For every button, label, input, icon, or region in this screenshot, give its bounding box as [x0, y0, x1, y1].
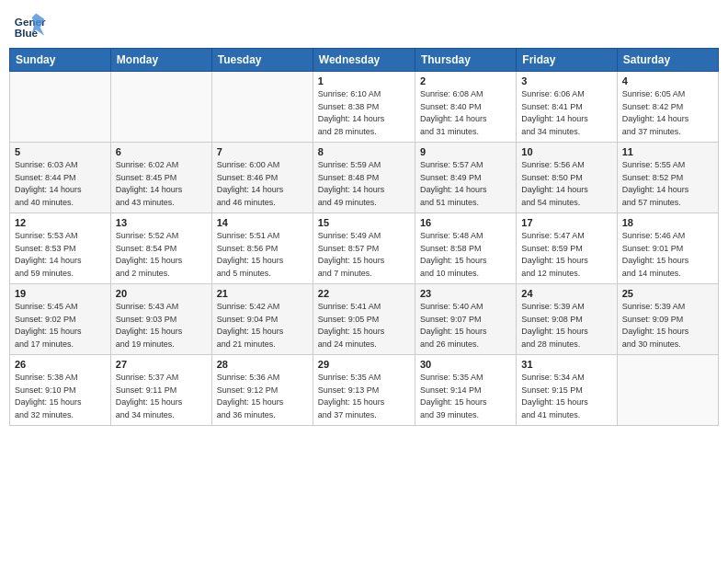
day-number: 26	[15, 359, 106, 370]
day-info: Sunrise: 5:55 AM Sunset: 8:52 PM Dayligh…	[622, 159, 713, 209]
calendar-cell: 26Sunrise: 5:38 AM Sunset: 9:10 PM Dayli…	[10, 355, 111, 426]
day-info: Sunrise: 5:41 AM Sunset: 9:05 PM Dayligh…	[318, 301, 410, 350]
calendar-cell: 15Sunrise: 5:49 AM Sunset: 8:57 PM Dayli…	[313, 213, 415, 284]
day-number: 2	[420, 75, 511, 86]
day-info: Sunrise: 6:10 AM Sunset: 8:38 PM Dayligh…	[318, 88, 410, 138]
calendar-week-4: 19Sunrise: 5:45 AM Sunset: 9:02 PM Dayli…	[10, 284, 719, 355]
weekday-header-monday: Monday	[110, 49, 211, 72]
calendar-cell: 28Sunrise: 5:36 AM Sunset: 9:12 PM Dayli…	[211, 355, 313, 426]
day-number: 25	[622, 288, 713, 299]
calendar-cell: 19Sunrise: 5:45 AM Sunset: 9:02 PM Dayli…	[10, 284, 111, 355]
day-number: 1	[318, 75, 410, 86]
calendar-cell: 7Sunrise: 6:00 AM Sunset: 8:46 PM Daylig…	[211, 143, 313, 213]
day-info: Sunrise: 5:45 AM Sunset: 9:02 PM Dayligh…	[15, 301, 106, 350]
calendar-cell: 17Sunrise: 5:47 AM Sunset: 8:59 PM Dayli…	[517, 213, 617, 284]
calendar-cell: 2Sunrise: 6:08 AM Sunset: 8:40 PM Daylig…	[415, 72, 516, 143]
logo: General Blue	[13, 9, 50, 42]
logo-icon: General Blue	[13, 9, 46, 42]
day-number: 7	[217, 146, 308, 157]
day-number: 20	[116, 288, 207, 299]
day-number: 21	[217, 288, 308, 299]
day-number: 6	[116, 146, 207, 157]
day-info: Sunrise: 5:47 AM Sunset: 8:59 PM Dayligh…	[521, 230, 611, 280]
calendar-cell: 23Sunrise: 5:40 AM Sunset: 9:07 PM Dayli…	[415, 284, 516, 355]
weekday-header-row: SundayMondayTuesdayWednesdayThursdayFrid…	[10, 49, 719, 72]
day-info: Sunrise: 5:59 AM Sunset: 8:48 PM Dayligh…	[318, 159, 410, 209]
calendar-cell: 13Sunrise: 5:52 AM Sunset: 8:54 PM Dayli…	[110, 213, 211, 284]
day-info: Sunrise: 6:08 AM Sunset: 8:40 PM Dayligh…	[420, 88, 511, 138]
day-info: Sunrise: 5:52 AM Sunset: 8:54 PM Dayligh…	[116, 230, 207, 280]
day-number: 5	[15, 146, 106, 157]
calendar-cell: 25Sunrise: 5:39 AM Sunset: 9:09 PM Dayli…	[617, 284, 718, 355]
day-info: Sunrise: 6:06 AM Sunset: 8:41 PM Dayligh…	[521, 88, 611, 138]
day-info: Sunrise: 5:38 AM Sunset: 9:10 PM Dayligh…	[15, 372, 106, 421]
calendar-cell: 5Sunrise: 6:03 AM Sunset: 8:44 PM Daylig…	[10, 143, 111, 213]
calendar-cell: 12Sunrise: 5:53 AM Sunset: 8:53 PM Dayli…	[10, 213, 111, 284]
day-info: Sunrise: 6:05 AM Sunset: 8:42 PM Dayligh…	[622, 88, 713, 138]
day-info: Sunrise: 5:34 AM Sunset: 9:15 PM Dayligh…	[521, 372, 611, 421]
day-number: 15	[318, 217, 410, 228]
calendar-cell: 9Sunrise: 5:57 AM Sunset: 8:49 PM Daylig…	[415, 143, 516, 213]
calendar-week-1: 1Sunrise: 6:10 AM Sunset: 8:38 PM Daylig…	[10, 72, 719, 143]
weekday-header-tuesday: Tuesday	[211, 49, 313, 72]
calendar-cell: 3Sunrise: 6:06 AM Sunset: 8:41 PM Daylig…	[517, 72, 617, 143]
day-number: 28	[217, 359, 308, 370]
calendar-cell: 22Sunrise: 5:41 AM Sunset: 9:05 PM Dayli…	[313, 284, 415, 355]
day-info: Sunrise: 5:57 AM Sunset: 8:49 PM Dayligh…	[420, 159, 511, 209]
day-info: Sunrise: 6:02 AM Sunset: 8:45 PM Dayligh…	[116, 159, 207, 209]
calendar-cell: 31Sunrise: 5:34 AM Sunset: 9:15 PM Dayli…	[517, 355, 617, 426]
day-info: Sunrise: 6:00 AM Sunset: 8:46 PM Dayligh…	[217, 159, 308, 209]
calendar-cell: 14Sunrise: 5:51 AM Sunset: 8:56 PM Dayli…	[211, 213, 313, 284]
day-number: 8	[318, 146, 410, 157]
page-header: General Blue	[9, 9, 719, 42]
weekday-header-wednesday: Wednesday	[313, 49, 415, 72]
day-info: Sunrise: 5:35 AM Sunset: 9:13 PM Dayligh…	[318, 372, 410, 421]
weekday-header-sunday: Sunday	[10, 49, 111, 72]
calendar-cell: 18Sunrise: 5:46 AM Sunset: 9:01 PM Dayli…	[617, 213, 718, 284]
day-number: 17	[521, 217, 611, 228]
calendar-cell: 16Sunrise: 5:48 AM Sunset: 8:58 PM Dayli…	[415, 213, 516, 284]
day-info: Sunrise: 6:03 AM Sunset: 8:44 PM Dayligh…	[15, 159, 106, 209]
day-number: 9	[420, 146, 511, 157]
calendar-cell: 24Sunrise: 5:39 AM Sunset: 9:08 PM Dayli…	[517, 284, 617, 355]
calendar-cell: 10Sunrise: 5:56 AM Sunset: 8:50 PM Dayli…	[517, 143, 617, 213]
calendar-cell: 6Sunrise: 6:02 AM Sunset: 8:45 PM Daylig…	[110, 143, 211, 213]
day-number: 30	[420, 359, 511, 370]
day-info: Sunrise: 5:56 AM Sunset: 8:50 PM Dayligh…	[521, 159, 611, 209]
calendar-cell	[10, 72, 111, 143]
day-info: Sunrise: 5:39 AM Sunset: 9:08 PM Dayligh…	[521, 301, 611, 350]
calendar-week-5: 26Sunrise: 5:38 AM Sunset: 9:10 PM Dayli…	[10, 355, 719, 426]
day-number: 18	[622, 217, 713, 228]
day-info: Sunrise: 5:37 AM Sunset: 9:11 PM Dayligh…	[116, 372, 207, 421]
day-number: 11	[622, 146, 713, 157]
calendar-cell: 29Sunrise: 5:35 AM Sunset: 9:13 PM Dayli…	[313, 355, 415, 426]
day-number: 27	[116, 359, 207, 370]
calendar-cell	[211, 72, 313, 143]
day-info: Sunrise: 5:35 AM Sunset: 9:14 PM Dayligh…	[420, 372, 511, 421]
day-number: 10	[521, 146, 611, 157]
day-info: Sunrise: 5:51 AM Sunset: 8:56 PM Dayligh…	[217, 230, 308, 280]
day-number: 23	[420, 288, 511, 299]
calendar-cell: 11Sunrise: 5:55 AM Sunset: 8:52 PM Dayli…	[617, 143, 718, 213]
calendar-cell: 8Sunrise: 5:59 AM Sunset: 8:48 PM Daylig…	[313, 143, 415, 213]
weekday-header-saturday: Saturday	[617, 49, 718, 72]
calendar-cell: 1Sunrise: 6:10 AM Sunset: 8:38 PM Daylig…	[313, 72, 415, 143]
day-number: 22	[318, 288, 410, 299]
day-number: 14	[217, 217, 308, 228]
calendar-cell: 27Sunrise: 5:37 AM Sunset: 9:11 PM Dayli…	[110, 355, 211, 426]
day-number: 4	[622, 75, 713, 86]
day-info: Sunrise: 5:36 AM Sunset: 9:12 PM Dayligh…	[217, 372, 308, 421]
calendar-table: SundayMondayTuesdayWednesdayThursdayFrid…	[9, 48, 719, 426]
day-info: Sunrise: 5:49 AM Sunset: 8:57 PM Dayligh…	[318, 230, 410, 280]
calendar-week-2: 5Sunrise: 6:03 AM Sunset: 8:44 PM Daylig…	[10, 143, 719, 213]
weekday-header-thursday: Thursday	[415, 49, 516, 72]
day-number: 31	[521, 359, 611, 370]
day-number: 29	[318, 359, 410, 370]
day-info: Sunrise: 5:43 AM Sunset: 9:03 PM Dayligh…	[116, 301, 207, 350]
day-number: 19	[15, 288, 106, 299]
day-number: 3	[521, 75, 611, 86]
calendar-cell	[617, 355, 718, 426]
calendar-cell: 4Sunrise: 6:05 AM Sunset: 8:42 PM Daylig…	[617, 72, 718, 143]
day-info: Sunrise: 5:46 AM Sunset: 9:01 PM Dayligh…	[622, 230, 713, 280]
day-number: 12	[15, 217, 106, 228]
